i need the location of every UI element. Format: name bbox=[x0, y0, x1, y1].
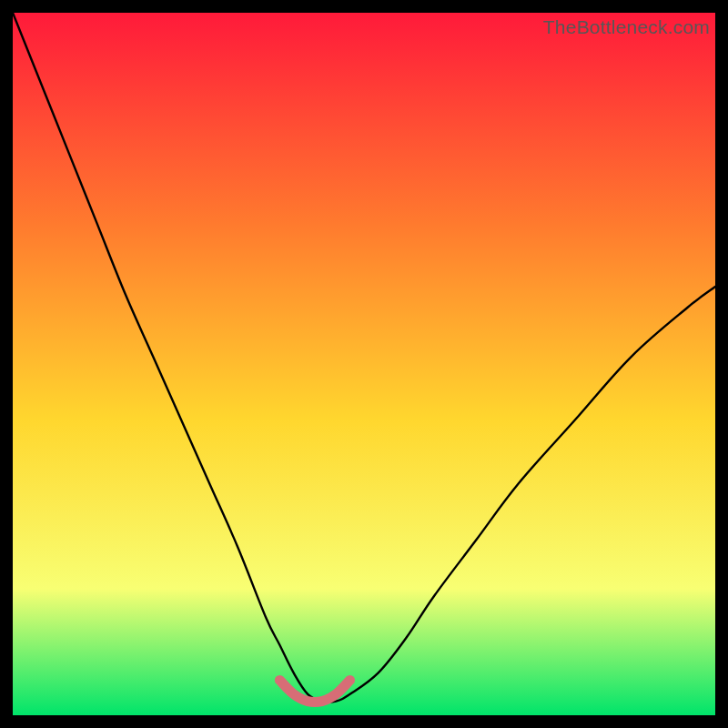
chart-stage: TheBottleneck.com bbox=[0, 0, 728, 728]
gradient-background bbox=[13, 13, 715, 715]
watermark-text: TheBottleneck.com bbox=[543, 16, 710, 38]
plot-area bbox=[13, 13, 715, 715]
plot-svg bbox=[13, 13, 715, 715]
